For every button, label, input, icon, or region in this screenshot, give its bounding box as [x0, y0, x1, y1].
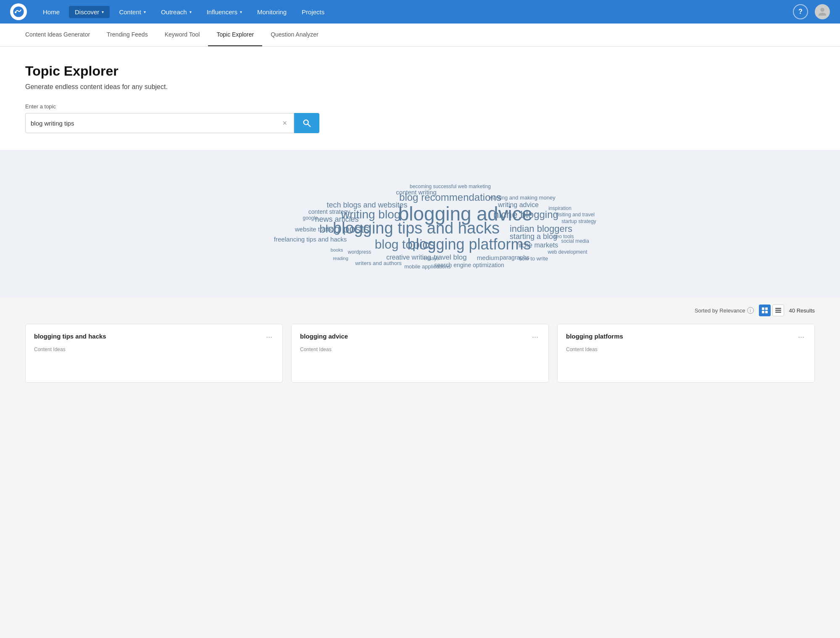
word-cloud-item[interactable]: startup strategy: [561, 218, 596, 224]
word-cloud-item[interactable]: mobile applications: [404, 263, 451, 269]
word-cloud-item[interactable]: wordpress: [348, 249, 371, 255]
card-header: blogging tips and hacks ···: [34, 333, 274, 341]
tab-content-ideas-generator[interactable]: Content Ideas Generator: [17, 24, 98, 46]
results-count: 40 Results: [789, 307, 815, 314]
card-menu-button[interactable]: ···: [530, 333, 540, 341]
chevron-down-icon: ▾: [102, 10, 104, 14]
card-menu-button[interactable]: ···: [796, 333, 806, 341]
word-cloud-item[interactable]: wanting and making money: [489, 194, 555, 200]
logo[interactable]: [10, 3, 27, 20]
word-cloud-item[interactable]: website traffic: [295, 226, 333, 233]
chevron-down-icon: ▾: [190, 10, 192, 14]
search-row: ×: [25, 113, 319, 133]
svg-rect-8: [765, 311, 768, 313]
word-cloud-item[interactable]: social media: [561, 238, 589, 244]
word-cloud-area: blogging tips and hacksblogging advicebl…: [0, 150, 840, 297]
tab-keyword-tool[interactable]: Keyword Tool: [156, 24, 208, 46]
word-cloud-item[interactable]: writing advice: [498, 201, 539, 209]
clear-button[interactable]: ×: [281, 119, 289, 128]
word-cloud-item[interactable]: how to write: [519, 255, 548, 262]
list-view-button[interactable]: [772, 305, 784, 316]
word-cloud-item[interactable]: niche markets: [516, 242, 558, 249]
page-title: Topic Explorer: [25, 63, 815, 79]
card-subtitle: Content Ideas: [300, 347, 540, 352]
help-button[interactable]: ?: [793, 4, 808, 19]
card-title: blogging platforms: [566, 333, 623, 340]
tab-question-analyzer[interactable]: Question Analyzer: [262, 24, 327, 46]
search-input-wrapper: ×: [25, 113, 294, 133]
word-cloud-item[interactable]: reading: [333, 256, 348, 261]
view-toggle: [759, 305, 784, 316]
card-title: blogging advice: [300, 333, 348, 340]
nav-influencers[interactable]: Influencers ▾: [201, 6, 248, 18]
word-cloud-item[interactable]: web development: [548, 249, 587, 255]
cards-row: blogging tips and hacks ··· Content Idea…: [25, 324, 815, 383]
word-cloud-item[interactable]: starting a blog: [510, 232, 557, 241]
tab-topic-explorer[interactable]: Topic Explorer: [208, 24, 262, 46]
nav-monitoring[interactable]: Monitoring: [251, 6, 292, 18]
nav-content[interactable]: Content ▾: [113, 6, 152, 18]
avatar[interactable]: [815, 4, 830, 19]
svg-rect-6: [765, 307, 768, 310]
nav-discover[interactable]: Discover ▾: [69, 6, 110, 18]
word-cloud-item[interactable]: content strategy: [308, 208, 350, 215]
word-cloud-item[interactable]: writers and authors: [355, 260, 402, 266]
chevron-down-icon: ▾: [144, 10, 146, 14]
svg-rect-10: [775, 310, 781, 311]
card-title: blogging tips and hacks: [34, 333, 106, 340]
word-cloud-item[interactable]: visiting and travel: [556, 212, 595, 218]
sub-nav: Content Ideas Generator Trending Feeds K…: [0, 24, 840, 47]
word-cloud-item[interactable]: content writing: [396, 188, 437, 195]
card-header: blogging platforms ···: [566, 333, 806, 341]
word-cloud-item[interactable]: medium: [477, 254, 499, 261]
card-subtitle: Content Ideas: [566, 347, 806, 352]
top-nav: Home Discover ▾ Content ▾ Outreach ▾ Inf…: [0, 0, 840, 24]
tab-trending-feeds[interactable]: Trending Feeds: [98, 24, 156, 46]
main-content: Topic Explorer Generate endless content …: [0, 47, 840, 297]
sort-label: Sorted by Relevance i: [695, 307, 754, 314]
search-icon: [302, 118, 311, 128]
search-button[interactable]: [294, 113, 319, 133]
card-header: blogging advice ···: [300, 333, 540, 341]
table-row: blogging tips and hacks ··· Content Idea…: [25, 324, 283, 383]
grid-icon: [761, 307, 768, 314]
svg-point-2: [820, 8, 824, 12]
word-cloud-item[interactable]: books: [331, 247, 343, 252]
page-subtitle: Generate endless content ideas for any s…: [25, 83, 815, 91]
svg-rect-11: [775, 312, 781, 313]
info-icon[interactable]: i: [747, 307, 754, 314]
svg-point-0: [13, 6, 24, 17]
card-menu-button[interactable]: ···: [264, 333, 274, 341]
word-cloud-item[interactable]: blog topics: [375, 237, 435, 252]
results-header: Sorted by Relevance i 40 Results: [25, 297, 815, 324]
svg-rect-7: [762, 311, 764, 313]
list-icon: [775, 307, 782, 314]
word-cloud-item[interactable]: google: [303, 215, 318, 221]
svg-rect-5: [762, 307, 764, 310]
svg-point-1: [15, 11, 16, 13]
search-input[interactable]: [31, 120, 281, 127]
word-cloud-item[interactable]: inspiration: [548, 205, 571, 211]
nav-outreach[interactable]: Outreach ▾: [155, 6, 197, 18]
word-cloud-item[interactable]: essays: [424, 255, 439, 261]
word-cloud-item[interactable]: becoming successful web marketing: [410, 184, 491, 189]
nav-projects[interactable]: Projects: [296, 6, 330, 18]
word-cloud: blogging tips and hacksblogging advicebl…: [231, 167, 609, 276]
input-label: Enter a topic: [25, 103, 815, 110]
nav-home[interactable]: Home: [37, 6, 66, 18]
card-subtitle: Content Ideas: [34, 347, 274, 352]
table-row: blogging platforms ··· Content Ideas: [557, 324, 815, 383]
table-row: blogging advice ··· Content Ideas: [291, 324, 549, 383]
grid-view-button[interactable]: [759, 305, 771, 316]
results-area: Sorted by Relevance i 40 Results: [0, 297, 840, 399]
svg-rect-9: [775, 308, 781, 309]
chevron-down-icon: ▾: [240, 10, 242, 14]
word-cloud-item[interactable]: news articles: [315, 215, 358, 223]
word-cloud-item[interactable]: freelancing tips and hacks: [274, 235, 347, 242]
svg-line-4: [308, 124, 311, 127]
